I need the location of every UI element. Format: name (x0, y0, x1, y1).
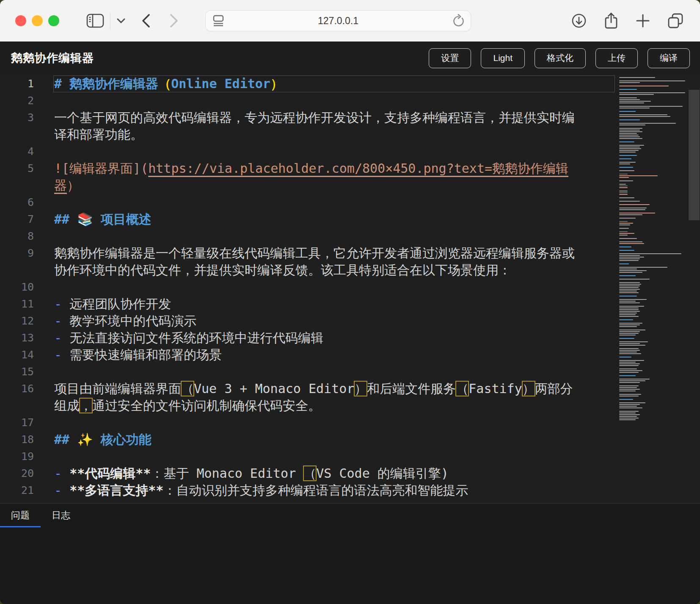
code-segment: - (54, 330, 69, 345)
editor-line[interactable]: 1# 鹅鹅协作编辑器（Online Editor） (0, 75, 616, 92)
editor-line[interactable]: 14- 需要快速编辑和部署的场景 (0, 346, 616, 363)
minimap-row (619, 109, 688, 110)
editor-line[interactable]: 4 (0, 143, 616, 160)
editor-line[interactable]: 7## 📚 项目概述 (0, 211, 616, 228)
compile-button[interactable]: 编译 (648, 48, 690, 68)
editor-line[interactable]: 15 (0, 363, 616, 380)
editor-line[interactable]: 11- 远程团队协作开发 (0, 296, 616, 313)
editor-line-content[interactable] (54, 194, 616, 211)
forward-button[interactable] (167, 11, 181, 30)
editor-line-content[interactable] (54, 143, 616, 160)
vertical-scrollbar[interactable] (688, 75, 700, 503)
editor-line[interactable]: 2 (0, 92, 616, 109)
editor-line[interactable]: 18## ✨ 核心功能 (0, 431, 616, 448)
minimap-row (619, 194, 628, 195)
minimap-row (619, 147, 640, 147)
close-button[interactable] (15, 15, 26, 26)
minimap-row (619, 226, 688, 227)
editor-line-content[interactable] (54, 414, 616, 431)
tab-logs[interactable]: 日志 (41, 504, 81, 527)
address-bar[interactable]: 127.0.0.1 (205, 10, 471, 31)
minimap[interactable] (616, 77, 688, 503)
minimap-row (619, 311, 640, 312)
editor-line-content[interactable]: - 需要快速编辑和部署的场景 (54, 346, 616, 363)
reload-icon[interactable] (451, 14, 466, 28)
code-editor[interactable]: 1# 鹅鹅协作编辑器（Online Editor）23一个基于网页的高效代码编辑… (0, 75, 700, 503)
code-segment: 通过安全的文件访问机制确保代码安全。 (92, 398, 321, 413)
minimap-row (619, 301, 636, 302)
back-button[interactable] (139, 11, 153, 30)
editor-line[interactable]: 12- 教学环境中的代码演示 (0, 313, 616, 330)
code-segment: 核心功能 (93, 432, 152, 447)
line-number: 9 (0, 245, 34, 279)
minimap-row (619, 323, 642, 324)
editor-line[interactable]: 16项目由前端编辑器界面（Vue 3 + Monaco Editor）和后端文件… (0, 380, 616, 414)
editor-line-content[interactable]: 一个基于网页的高效代码编辑器，专为远程协作开发设计，支持多种编程语言，并提供实时… (54, 109, 616, 143)
tab-problems[interactable]: 问题 (0, 504, 41, 527)
share-icon[interactable] (602, 11, 620, 31)
url-text[interactable]: 127.0.0.1 (206, 15, 471, 27)
minimap-row (619, 299, 647, 300)
editor-line[interactable]: 17 (0, 414, 616, 431)
editor-line-content[interactable]: 项目由前端编辑器界面（Vue 3 + Monaco Editor）和后端文件服务… (54, 380, 616, 414)
scrollbar-thumb[interactable] (689, 90, 700, 220)
editor-line[interactable]: 5![编辑器界面](https://via.placeholder.com/80… (0, 160, 616, 194)
editor-line-content[interactable]: 鹅鹅协作编辑器是一个轻量级在线代码编辑工具，它允许开发者通过浏览器远程编辑服务器… (54, 245, 616, 279)
editor-line-content[interactable]: ## 📚 项目概述 (54, 211, 616, 228)
editor-lines[interactable]: 1# 鹅鹅协作编辑器（Online Editor）23一个基于网页的高效代码编辑… (0, 75, 616, 499)
editor-line-content[interactable] (54, 92, 616, 109)
minimap-row (619, 118, 688, 119)
minimap-row (619, 175, 658, 176)
downloads-icon[interactable] (570, 11, 588, 30)
editor-line[interactable]: 21- **多语言支持**：自动识别并支持多种编程语言的语法高亮和智能提示 (0, 482, 616, 499)
new-tab-icon[interactable] (634, 12, 652, 30)
editor-line-content[interactable]: ![编辑器界面](https://via.placeholder.com/800… (54, 160, 616, 194)
minimap-row (619, 387, 637, 388)
minimap-row (619, 158, 631, 159)
editor-line[interactable]: 13- 无法直接访问文件系统的环境中进行代码编辑 (0, 330, 616, 346)
minimap-row (619, 145, 644, 146)
settings-button[interactable]: 设置 (429, 48, 471, 68)
editor-line[interactable]: 8 (0, 228, 616, 245)
minimap-row (619, 324, 640, 325)
code-segment: - (54, 313, 69, 328)
editor-line-content[interactable]: # 鹅鹅协作编辑器（Online Editor） (54, 75, 616, 92)
minimap-row (619, 179, 688, 180)
minimap-row (619, 392, 688, 393)
theme-toggle-button[interactable]: Light (481, 48, 525, 68)
sidebar-toggle-icon[interactable] (85, 12, 106, 30)
minimap-row (619, 82, 640, 83)
zoom-button[interactable] (48, 15, 59, 26)
editor-line-content[interactable]: - **代码编辑**：基于 Monaco Editor （VS Code 的编辑… (54, 465, 616, 482)
editor-line-content[interactable] (54, 363, 616, 380)
editor-line-content[interactable]: - 远程团队协作开发 (54, 296, 616, 313)
editor-line[interactable]: 19 (0, 448, 616, 465)
editor-line[interactable]: 20- **代码编辑**：基于 Monaco Editor （VS Code 的… (0, 465, 616, 482)
minimap-row (619, 416, 637, 417)
editor-line-content[interactable]: - **多语言支持**：自动识别并支持多种编程语言的语法高亮和智能提示 (54, 482, 616, 499)
editor-line-content[interactable] (54, 279, 616, 296)
minimap-row (619, 170, 634, 171)
minimap-row (619, 411, 639, 412)
editor-line-content[interactable] (54, 448, 616, 465)
editor-line[interactable]: 6 (0, 194, 616, 211)
minimap-row (619, 133, 637, 134)
editor-line[interactable]: 9鹅鹅协作编辑器是一个轻量级在线代码编辑工具，它允许开发者通过浏览器远程编辑服务… (0, 245, 616, 279)
minimap-row (619, 135, 639, 136)
tab-overview-icon[interactable] (665, 11, 686, 31)
editor-line-content[interactable]: - 无法直接访问文件系统的环境中进行代码编辑 (54, 330, 616, 346)
editor-line-content[interactable]: ## ✨ 核心功能 (54, 431, 616, 448)
editor-line[interactable]: 3一个基于网页的高效代码编辑器，专为远程协作开发设计，支持多种编程语言，并提供实… (0, 109, 616, 143)
line-number: 3 (0, 109, 34, 143)
line-number: 13 (0, 330, 34, 346)
minimap-row (619, 138, 642, 139)
editor-line-content[interactable]: - 教学环境中的代码演示 (54, 313, 616, 330)
minimap-row (619, 230, 688, 230)
format-button[interactable]: 格式化 (535, 48, 586, 68)
editor-line-content[interactable] (54, 228, 616, 245)
code-segment: （ (181, 381, 194, 396)
chevron-down-icon[interactable] (115, 16, 127, 25)
editor-line[interactable]: 10 (0, 279, 616, 296)
upload-button[interactable]: 上传 (595, 48, 638, 68)
minimize-button[interactable] (32, 15, 43, 26)
